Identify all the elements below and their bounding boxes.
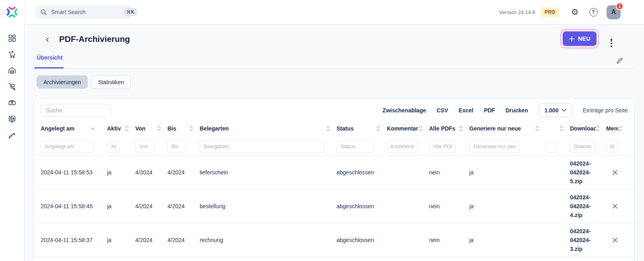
table-search-input[interactable] xyxy=(41,104,111,117)
column-header-aktiv[interactable]: Aktiv xyxy=(107,125,135,132)
filter-von-input[interactable] xyxy=(135,141,155,153)
sidebar-nav xyxy=(7,33,17,140)
page-title: PDF-Archivierung xyxy=(59,34,130,44)
column-header-menue[interactable]: Menü xyxy=(606,125,629,132)
cart-up-icon xyxy=(8,50,17,59)
sort-icon xyxy=(157,126,161,131)
sidebar-item-cash-register[interactable] xyxy=(7,98,17,108)
cell-von: 4/2024 xyxy=(135,203,167,209)
cell-bis: 4/2024 xyxy=(167,169,200,176)
column-header-von[interactable]: Von xyxy=(135,125,167,132)
column-header-status[interactable]: Status xyxy=(336,125,387,132)
sort-icon xyxy=(559,126,564,131)
cell-belegarten: bestellung xyxy=(200,203,336,209)
sort-icon xyxy=(189,126,193,131)
cell-angelegt-am: 2024-04-11 15:58:53 xyxy=(41,169,107,176)
download-link[interactable]: 042024-042024-4.zip xyxy=(570,193,596,220)
filter-generiere-nur-neue-input[interactable] xyxy=(469,141,520,153)
notification-badge: 1 xyxy=(616,2,623,10)
close-icon xyxy=(612,237,618,243)
column-header-angelegt-am[interactable]: Angelegt am xyxy=(41,125,107,132)
cell-generiere-nur-neue: ja xyxy=(469,203,546,209)
export-csv-button[interactable]: CSV xyxy=(437,107,448,114)
cell-von: 4/2024 xyxy=(135,237,167,243)
edit-button[interactable] xyxy=(614,56,625,66)
dashboard-grid-icon xyxy=(8,34,17,43)
page-size-select[interactable]: 1.000 xyxy=(539,104,572,117)
neu-button[interactable]: NEU xyxy=(563,31,597,46)
tabbar-divider xyxy=(34,68,635,69)
cell-von: 4/2024 xyxy=(135,169,167,176)
tab-uebersicht[interactable]: Übersicht xyxy=(37,54,63,61)
settings-button[interactable]: ⚙ xyxy=(569,6,581,18)
filter-angelegt-am-input[interactable] xyxy=(41,141,94,153)
help-button[interactable]: ? xyxy=(587,6,599,18)
column-header-download[interactable]: Download xyxy=(570,125,606,132)
toggle-archivierungen[interactable]: Archivierungen xyxy=(37,75,88,89)
column-header-generiere-nur-neue[interactable]: Generiere nur neue xyxy=(469,125,546,132)
sidebar-item-analytics[interactable] xyxy=(7,130,17,140)
cell-status: abgeschlossen xyxy=(336,203,387,209)
page-size-label: Einträge pro Seite xyxy=(583,107,628,114)
cell-bis: 4/2024 xyxy=(167,237,200,243)
smart-search-input[interactable] xyxy=(51,9,124,15)
row-delete-button[interactable] xyxy=(609,166,621,178)
avatar-wrap: A 1 xyxy=(607,5,621,19)
sort-icon xyxy=(326,126,330,131)
cell-aktiv: ja xyxy=(107,169,135,176)
column-header-bis[interactable]: Bis xyxy=(167,125,200,132)
neu-button-focus-ring: NEU xyxy=(560,29,599,48)
filter-bis-input[interactable] xyxy=(167,141,186,153)
shortcut-badge: ⌘K xyxy=(124,8,137,16)
export-clipboard-button[interactable]: Zwischenablage xyxy=(382,107,426,114)
chevron-left-icon xyxy=(44,36,51,44)
back-button[interactable] xyxy=(42,35,53,45)
app-logo-icon[interactable] xyxy=(4,4,20,20)
table-toolbar: Zwischenablage CSV Excel PDF Drucken 1.0… xyxy=(34,99,634,119)
column-header-alle-pdfs[interactable]: Alle PDFs xyxy=(429,125,469,132)
main-content: PDF-Archivierung NEU Übersicht Archivier… xyxy=(25,25,644,261)
download-link[interactable]: 042024-042024-3.zip xyxy=(570,227,596,253)
column-header-belegarten[interactable]: Belegarten xyxy=(200,125,336,132)
sort-icon xyxy=(376,126,380,131)
close-icon xyxy=(612,203,618,209)
export-pdf-button[interactable]: PDF xyxy=(484,107,495,114)
cell-status: abgeschlossen xyxy=(336,169,387,176)
filter-belegarten-input[interactable] xyxy=(200,141,324,153)
cell-alle-pdfs: nein xyxy=(429,237,469,243)
smart-search[interactable]: ⌘K xyxy=(35,6,131,19)
cell-generiere-nur-neue: ja xyxy=(469,237,546,243)
row-delete-button[interactable] xyxy=(609,200,621,212)
sort-desc-icon xyxy=(91,127,95,130)
filter-kommentar-input[interactable] xyxy=(387,141,418,153)
print-button[interactable]: Drucken xyxy=(506,107,528,114)
gear-icon: ⚙ xyxy=(571,8,579,17)
filter-menue-input[interactable] xyxy=(606,141,618,153)
row-delete-button[interactable] xyxy=(609,234,621,246)
sidebar-item-purchasing[interactable] xyxy=(7,50,17,59)
column-header-kommentar[interactable]: Kommentar xyxy=(387,125,429,132)
sales-trend-icon xyxy=(8,130,17,139)
sidebar-item-logistics[interactable] xyxy=(7,82,17,91)
filter-status-input[interactable] xyxy=(336,141,374,153)
export-excel-button[interactable]: Excel xyxy=(458,107,473,114)
filter-alle-pdfs-input[interactable] xyxy=(429,141,456,153)
sidebar-item-pos-display[interactable] xyxy=(7,114,17,124)
topbar-right: Version 24.14.6 PRO ⚙ ? A 1 xyxy=(499,5,644,19)
version-label: Version 24.14.6 xyxy=(499,9,535,15)
table-card: Zwischenablage CSV Excel PDF Drucken 1.0… xyxy=(34,99,635,261)
help-icon: ? xyxy=(589,8,598,17)
toggle-statistiken[interactable]: Statistiken xyxy=(91,75,131,89)
cell-angelegt-am: 2024-04-11 15:58:37 xyxy=(41,237,107,243)
more-options-button[interactable] xyxy=(605,33,617,46)
filter-aktiv-input[interactable] xyxy=(107,141,120,153)
sidebar-item-warehouse[interactable] xyxy=(7,66,17,75)
plus-icon xyxy=(569,36,575,42)
chevron-down-icon xyxy=(561,109,566,112)
filter-download-input[interactable] xyxy=(570,141,596,153)
sidebar-item-dashboard[interactable] xyxy=(7,33,17,43)
cell-aktiv: ja xyxy=(107,203,135,209)
download-link[interactable]: 042024-042024-5.zip xyxy=(570,159,596,186)
column-header-empty[interactable] xyxy=(546,126,570,131)
filter-empty-input[interactable] xyxy=(546,141,556,153)
